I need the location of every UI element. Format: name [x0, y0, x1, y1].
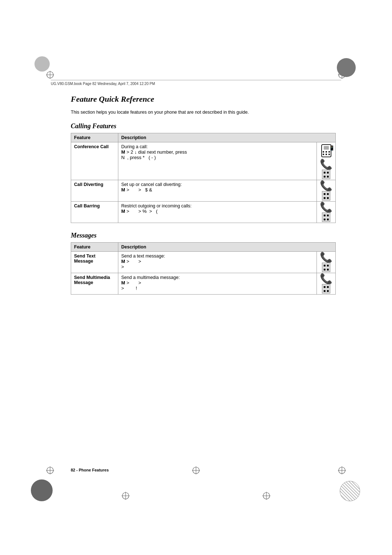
intro-text: This section helps you locate features o…	[71, 109, 336, 116]
crosshair-bottom-center-right	[262, 492, 270, 501]
calling-col-feature: Feature	[71, 133, 118, 142]
svg-rect-7	[324, 146, 329, 150]
desc-call-diverting: Set up or cancel call diverting: M > > $…	[118, 180, 317, 201]
main-content: Feature Quick Reference This section hel…	[71, 94, 336, 303]
deco-circle-bottom-left	[31, 479, 53, 501]
feature-call-diverting: Call Diverting	[71, 180, 118, 201]
svg-rect-13	[328, 154, 330, 155]
desc-send-multimedia: Send a multimedia message: M > > > !	[118, 273, 317, 294]
deco-circle-bottom-right	[340, 481, 360, 501]
table-row: Send MultimediaMessage Send a multimedia…	[71, 273, 336, 294]
svg-rect-12	[326, 154, 327, 155]
messages-table: Feature Description Send TextMessage Sen…	[71, 242, 336, 295]
deco-circle-top-right	[337, 58, 356, 77]
crosshair-bottom-center	[192, 466, 200, 476]
phone-icon-barring: 📞 ■ ■■ ■	[317, 201, 336, 223]
footer-text: 82 - Phone Features	[71, 468, 109, 472]
phone-icon-send-multimedia: 📞 ■ ■■ ■	[317, 273, 336, 294]
table-row: Send TextMessage Send a text message: M …	[71, 251, 336, 273]
feature-call-barring: Call Barring	[71, 201, 118, 223]
feature-send-multimedia: Send MultimediaMessage	[71, 273, 118, 294]
crosshair-bottom-left	[46, 466, 54, 476]
messages-col-feature: Feature	[71, 242, 118, 251]
messages-col-description: Description	[118, 242, 336, 251]
table-row: Call Barring Restrict outgoing or incomi…	[71, 201, 336, 223]
desc-conference-call: During a call: M > 2 ↓ dial next number,…	[118, 142, 317, 180]
svg-rect-9	[326, 151, 327, 153]
deco-circle-top-left	[34, 56, 50, 72]
calling-features-table: Feature Description Conference Call Duri…	[71, 133, 336, 223]
crosshair-bottom-center-left	[122, 492, 130, 501]
phone-icon-send-text: 📞 ■ ■■ ■	[317, 251, 336, 273]
phone-icon-diverting: 📞 ■ ■■ ■	[317, 180, 336, 201]
messages-heading: Messages	[71, 232, 336, 239]
desc-call-barring: Restrict outgoing or incoming calls: M >…	[118, 201, 317, 223]
feature-send-text: Send TextMessage	[71, 251, 118, 273]
svg-rect-10	[328, 151, 330, 153]
footer: 82 - Phone Features	[71, 468, 109, 472]
svg-rect-8	[323, 151, 324, 153]
phone-icon-conference: 📱 📞 ■ ■■ ■	[317, 142, 336, 180]
header-filename: UG.V80.GSM.book Page 82 Wednesday, April…	[51, 82, 155, 86]
calling-col-description: Description	[118, 133, 336, 142]
desc-send-text: Send a text message: M > > >	[118, 251, 317, 273]
svg-rect-11	[323, 154, 324, 155]
feature-conference-call: Conference Call	[71, 142, 118, 180]
calling-features-heading: Calling Features	[71, 122, 336, 130]
page-title: Feature Quick Reference	[71, 94, 336, 104]
page: UG.V80.GSM.book Page 82 Wednesday, April…	[0, 0, 392, 555]
svg-text:📱: 📱	[329, 145, 334, 151]
crosshair-bottom-right	[338, 466, 346, 476]
crosshair-top-left	[46, 71, 54, 80]
table-row: Conference Call During a call: M > 2 ↓ d…	[71, 142, 336, 180]
header-bar: UG.V80.GSM.book Page 82 Wednesday, April…	[51, 80, 341, 86]
table-row: Call Diverting Set up or cancel call div…	[71, 180, 336, 201]
